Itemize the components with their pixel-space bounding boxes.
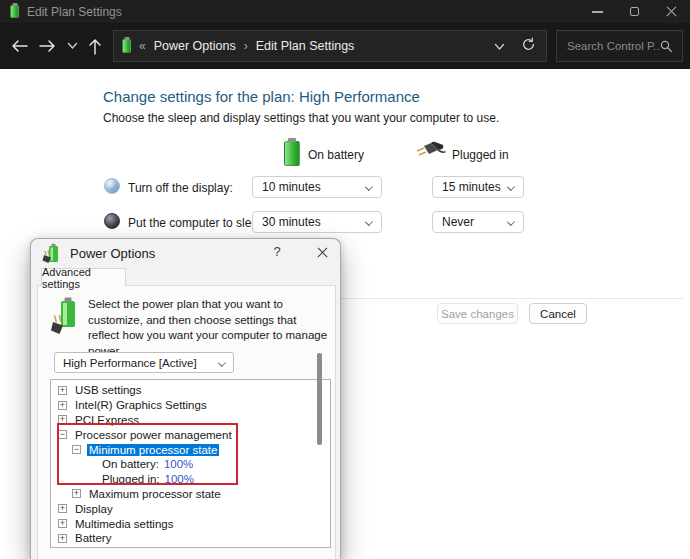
tree-item-value[interactable]: 100% (164, 458, 193, 470)
plugged-in-icon (416, 141, 446, 158)
chevron-down-icon (507, 218, 515, 226)
power-plan-icon (50, 296, 80, 336)
refresh-button[interactable] (521, 37, 536, 56)
cancel-button[interactable]: Cancel (529, 303, 587, 324)
save-changes-button[interactable]: Save changes (437, 303, 518, 324)
page-subtitle: Choose the sleep and display settings th… (103, 111, 499, 125)
search-icon[interactable] (660, 40, 673, 53)
address-bar[interactable]: « Power Options › Edit Plan Settings (113, 30, 547, 62)
breadcrumb-separator: › (244, 39, 248, 53)
close-button[interactable] (653, 0, 690, 23)
collapse-icon[interactable]: − (58, 430, 67, 439)
tree-item-plugged-in[interactable]: Plugged in:100% (51, 472, 330, 487)
tree-item-label[interactable]: USB settings (73, 384, 143, 396)
window-controls (579, 0, 690, 23)
chevron-down-icon (365, 183, 373, 191)
display-on-battery-select[interactable]: 10 minutes (252, 176, 382, 198)
advanced-settings-tree: +USB settings+Intel(R) Graphics Settings… (50, 379, 331, 548)
tree-item-label[interactable]: On battery: (100, 458, 161, 470)
expand-icon[interactable]: + (58, 534, 67, 543)
maximize-icon (630, 7, 639, 16)
dialog-title: Power Options (70, 246, 155, 261)
turn-off-display-label: Turn off the display: (128, 181, 233, 195)
tree-item-usb-settings[interactable]: +USB settings (51, 383, 330, 398)
up-button[interactable] (84, 35, 106, 57)
minimize-button[interactable] (579, 0, 616, 23)
dialog-titlebar: Power Options ? (31, 239, 340, 267)
dialog-description: Select the power plan that you want to c… (88, 297, 330, 359)
address-dropdown-button[interactable] (494, 37, 505, 55)
advanced-settings-panel: Select the power plan that you want to c… (37, 285, 336, 559)
tree-item-label[interactable]: Minimum processor state (87, 444, 219, 456)
chevron-down-icon (507, 183, 515, 191)
sleep-plugged-in-select[interactable]: Never (432, 211, 524, 233)
tree-item-intel-r-graphics-settings[interactable]: +Intel(R) Graphics Settings (51, 398, 330, 413)
collapse-icon[interactable]: − (72, 445, 81, 454)
on-battery-icon (284, 141, 300, 166)
tree-item-label[interactable]: Intel(R) Graphics Settings (73, 399, 209, 411)
expand-icon[interactable]: + (58, 504, 67, 513)
tree-item-label[interactable]: Maximum processor state (87, 488, 223, 500)
forward-button[interactable] (36, 35, 58, 57)
tree-item-label[interactable]: Display (73, 503, 115, 515)
search-input[interactable] (557, 40, 660, 52)
tree-scrollbar-thumb[interactable] (317, 353, 322, 445)
column-header-on-battery: On battery (308, 148, 364, 162)
power-options-dialog: Power Options ? Advanced settings Select… (30, 238, 341, 559)
tree-item-value[interactable]: 100% (165, 473, 194, 485)
tree-item-minimum-processor-state[interactable]: −Minimum processor state (51, 442, 330, 457)
window-title: Edit Plan Settings (27, 5, 122, 19)
up-arrow-icon (88, 38, 102, 55)
breadcrumb-overflow[interactable]: « (139, 39, 146, 53)
recent-pages-button[interactable] (61, 35, 83, 57)
chevron-down-icon (365, 218, 373, 226)
power-options-icon (42, 242, 62, 264)
tree-item-maximum-processor-state[interactable]: +Maximum processor state (51, 487, 330, 502)
selected-value: Never (442, 215, 474, 229)
maximize-button[interactable] (616, 0, 653, 23)
tree-item-label[interactable]: Multimedia settings (73, 518, 175, 530)
app-battery-icon (10, 5, 19, 18)
expand-icon[interactable]: + (58, 401, 67, 410)
display-plugged-in-select[interactable]: 15 minutes (432, 176, 524, 198)
expand-icon[interactable]: + (58, 415, 67, 424)
breadcrumb-power-options[interactable]: Power Options (154, 39, 236, 53)
display-icon (104, 178, 120, 194)
tree-item-battery[interactable]: +Battery (51, 531, 330, 546)
forward-arrow-icon (39, 39, 56, 53)
selected-value: 10 minutes (262, 180, 321, 194)
sleep-label: Put the computer to sleep: (128, 216, 268, 230)
tree-item-on-battery[interactable]: On battery:100% (51, 457, 330, 472)
navigation-bar: « Power Options › Edit Plan Settings (0, 23, 690, 69)
expand-icon[interactable]: + (58, 519, 67, 528)
tab-advanced-settings[interactable]: Advanced settings (41, 268, 126, 286)
expand-icon[interactable]: + (58, 386, 67, 395)
tree-item-label[interactable]: Battery (73, 532, 113, 544)
search-box[interactable] (556, 30, 683, 62)
power-plan-select[interactable]: High Performance [Active] (54, 352, 234, 373)
expand-icon[interactable]: + (72, 489, 81, 498)
dialog-close-button[interactable] (317, 247, 328, 258)
refresh-icon (521, 37, 536, 52)
chevron-down-icon (494, 43, 505, 51)
chevron-down-icon (67, 42, 78, 50)
back-button[interactable] (8, 35, 30, 57)
tree-item-label[interactable]: PCI Express (73, 414, 141, 426)
edit-plan-settings-window: Edit Plan Settings « Power Options › Edi… (0, 0, 690, 559)
dialog-help-button[interactable]: ? (268, 244, 286, 259)
sleep-icon (104, 213, 120, 229)
selected-value: 30 minutes (262, 215, 321, 229)
breadcrumb-edit-plan-settings[interactable]: Edit Plan Settings (256, 39, 355, 53)
selected-value: 15 minutes (442, 180, 501, 194)
tree-item-label[interactable]: Plugged in: (100, 473, 162, 485)
tree-item-display[interactable]: +Display (51, 501, 330, 516)
chevron-down-icon (218, 359, 226, 367)
minimize-icon (592, 11, 603, 13)
tree-item-multimedia-settings[interactable]: +Multimedia settings (51, 516, 330, 531)
tree-item-pci-express[interactable]: +PCI Express (51, 413, 330, 428)
sleep-on-battery-select[interactable]: 30 minutes (252, 211, 382, 233)
back-arrow-icon (11, 39, 28, 53)
selected-plan: High Performance [Active] (63, 357, 197, 369)
tree-item-label[interactable]: Processor power management (73, 429, 234, 441)
tree-item-processor-power-management[interactable]: −Processor power management (51, 427, 330, 442)
